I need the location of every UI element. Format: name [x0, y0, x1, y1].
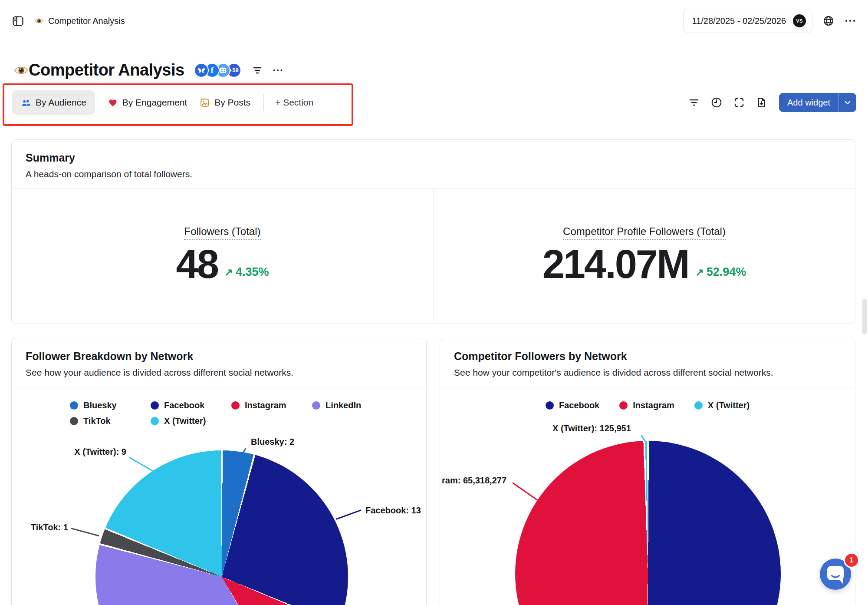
callout-leader-line	[512, 482, 540, 503]
summary-widget: Summary A heads-on comparison of total f…	[11, 139, 855, 324]
tab-by-posts[interactable]: By Posts	[200, 97, 250, 108]
widget-title: Competitor Followers by Network	[454, 350, 841, 363]
legend-item-bluesky[interactable]: Bluesky	[70, 400, 151, 410]
summary-metrics: Followers (Total) 48 ↗ 4.35% Competitor …	[12, 189, 855, 321]
legend-item-x-twitter[interactable]: X (Twitter)	[151, 416, 231, 426]
facebook-f-icon: f	[210, 66, 213, 75]
metric-value-row: 214.07M ↗ 52.94%	[542, 245, 746, 283]
divider	[12, 387, 426, 387]
header-filter-button[interactable]	[253, 66, 262, 74]
legend-label: Bluesky	[83, 400, 117, 410]
legend-dot	[619, 401, 628, 410]
filter-lines-icon	[689, 98, 699, 107]
topbar-breadcrumb: Competitor Analysis	[34, 16, 125, 26]
legend-item-instagram[interactable]: Instagram	[231, 400, 312, 410]
legend-item-linkedin[interactable]: LinkedIn	[312, 400, 393, 410]
metric-label[interactable]: Competitor Profile Followers (Total)	[563, 225, 726, 240]
legend-label: LinkedIn	[326, 400, 361, 410]
pie-callout: Bluesky: 2	[251, 437, 294, 447]
add-widget-dropdown-button[interactable]	[839, 93, 856, 112]
fullscreen-button[interactable]	[734, 97, 744, 108]
legend-label: X (Twitter)	[708, 400, 750, 410]
add-widget-button[interactable]: Add widget	[779, 93, 856, 112]
sidebar-toggle-icon	[12, 15, 24, 27]
legend-dot	[312, 401, 320, 410]
pie-callout: X (Twitter): 125,951	[552, 423, 631, 433]
legend-dot	[694, 401, 703, 410]
metric-change: ↗ 4.35%	[224, 265, 269, 283]
legend-item-facebook[interactable]: Facebook	[546, 400, 599, 410]
widget-title: Summary	[26, 152, 841, 164]
legend-item-x-twitter[interactable]: X (Twitter)	[694, 400, 750, 410]
legend-dot	[151, 401, 159, 410]
competitor-followers-widget: Competitor Followers by Network See how …	[440, 338, 855, 605]
heart-icon	[108, 98, 118, 107]
trend-up-icon: ↗	[224, 267, 233, 278]
header-more-menu-button[interactable]	[273, 69, 283, 72]
pie-callout: Facebook: 13	[365, 506, 421, 516]
share-globe-button[interactable]	[823, 15, 834, 26]
date-range-button[interactable]: 11/28/2025 - 02/25/2026 VS	[683, 9, 812, 33]
topbar: Competitor Analysis 11/28/2025 - 02/25/2…	[0, 5, 868, 36]
trend-up-icon: ↗	[695, 267, 704, 278]
tab-label: By Posts	[214, 97, 250, 108]
connected-profiles: f +58	[194, 63, 241, 78]
change-percent: 52.94%	[707, 265, 746, 279]
pie-callout: TikTok: 1	[31, 522, 68, 532]
time-history-button[interactable]	[711, 97, 722, 108]
metric-change: ↗ 52.94%	[695, 265, 746, 283]
legend-dot	[70, 417, 78, 425]
tab-label: By Engagement	[122, 97, 187, 108]
bluesky-avatar[interactable]	[194, 63, 209, 78]
legend-label: TikTok	[83, 416, 111, 426]
legend-label: Facebook	[559, 400, 599, 410]
topbar-left: Competitor Analysis	[12, 15, 125, 27]
widget-header: Follower Breakdown by Network See how yo…	[12, 338, 426, 387]
page-header: Competitor Analysis f +58	[14, 61, 283, 79]
legend-item-tiktok[interactable]: TikTok	[70, 416, 151, 426]
chart-legend: FacebookInstagramX (Twitter)	[440, 400, 855, 410]
summary-header: Summary A heads-on comparison of total f…	[12, 140, 855, 188]
globe-icon	[823, 15, 834, 26]
pie-chart-competitor-followers[interactable]	[515, 441, 781, 605]
sidebar-toggle-button[interactable]	[12, 15, 24, 27]
tab-by-audience[interactable]: By Audience	[12, 90, 95, 115]
follower-breakdown-widget: Follower Breakdown by Network See how yo…	[11, 338, 427, 605]
legend-label: Facebook	[164, 400, 204, 410]
pie-callout: ram: 65,318,277	[442, 476, 506, 486]
widget-subtitle: See how your audience is divided across …	[26, 367, 412, 378]
chevron-down-icon	[845, 101, 851, 105]
legend-dot	[151, 417, 159, 425]
dashboard-toolbar: Add widget	[689, 90, 856, 115]
legend-dot	[546, 401, 554, 410]
pie-chart-followers-by-network[interactable]	[95, 450, 348, 605]
page-title: Competitor Analysis	[29, 61, 184, 79]
chart-legend: BlueskyFacebookInstagramLinkedInTikTokX …	[70, 400, 426, 426]
divider	[440, 387, 855, 387]
legend-item-instagram[interactable]: Instagram	[619, 400, 674, 410]
vs-compare-badge[interactable]: VS	[793, 14, 806, 27]
widget-subtitle: A heads-on comparison of total followers…	[26, 169, 841, 179]
legend-label: X (Twitter)	[164, 416, 206, 426]
callout-leader-line	[336, 509, 362, 520]
filter-lines-icon	[253, 66, 262, 74]
export-pdf-button[interactable]	[756, 97, 767, 108]
chat-notification-badge: 1	[844, 552, 859, 568]
fullscreen-icon	[734, 97, 744, 108]
eye-emoji-icon	[14, 63, 29, 78]
change-percent: 4.35%	[236, 265, 269, 279]
pie-callout: X (Twitter): 9	[38, 447, 126, 457]
add-section-label: + Section	[275, 97, 313, 108]
metric-label[interactable]: Followers (Total)	[184, 225, 260, 240]
widget-subtitle: See how your competitor's audience is di…	[454, 367, 841, 378]
add-section-button[interactable]: + Section	[275, 97, 313, 108]
tabs-divider	[263, 94, 264, 111]
legend-label: Instagram	[245, 400, 286, 410]
tab-by-engagement[interactable]: By Engagement	[108, 97, 187, 108]
filter-button[interactable]	[689, 98, 699, 107]
scrollbar-thumb[interactable]	[862, 299, 867, 334]
topbar-more-menu-button[interactable]	[845, 19, 856, 23]
legend-item-facebook[interactable]: Facebook	[151, 400, 231, 410]
widget-header: Competitor Followers by Network See how …	[440, 338, 855, 387]
ellipsis-icon	[845, 19, 856, 23]
